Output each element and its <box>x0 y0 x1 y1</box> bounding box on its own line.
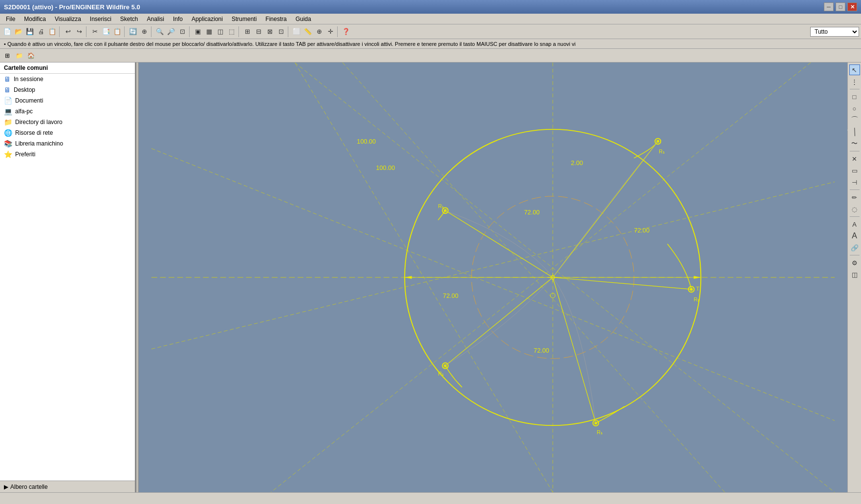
menu-strumenti[interactable]: Strumenti <box>228 15 260 23</box>
tb-datum-axis[interactable]: 📏 <box>302 26 313 37</box>
folder-alfa-pc[interactable]: 💻 alfa-pc <box>0 106 135 117</box>
tool-point-menu[interactable]: ⋮ <box>849 76 860 87</box>
tb-cut[interactable]: ✂ <box>89 26 100 37</box>
tool-select[interactable]: ↖ <box>849 64 860 75</box>
tool-constraint[interactable]: 🔗 <box>849 242 860 253</box>
preferiti-label: Preferiti <box>15 151 35 158</box>
svg-text:72.00: 72.00 <box>534 347 549 354</box>
tb-redo[interactable]: ↪ <box>74 26 85 37</box>
left-panel: Cartelle comuni 🖥 In sessione 🖥 Desktop … <box>0 63 136 492</box>
tb-zoom-out[interactable]: 🔎 <box>166 26 176 37</box>
footer-label: Albero cartelle <box>10 483 48 490</box>
menu-modifica[interactable]: Modifica <box>20 15 50 23</box>
tb-copy[interactable]: 📑 <box>101 26 111 37</box>
tool-text[interactable]: A <box>849 219 860 230</box>
folder-documenti[interactable]: 📄 Documenti <box>0 95 135 106</box>
tb-datum-point[interactable]: ⊕ <box>314 26 324 37</box>
svg-text:72.00: 72.00 <box>634 227 649 234</box>
tool-cross[interactable]: ✕ <box>849 153 860 164</box>
menu-finestra[interactable]: Finestra <box>261 15 290 23</box>
tb-zoom-in[interactable]: 🔍 <box>154 26 165 37</box>
canvas-area[interactable]: 100.00 100.00 2.00 72.00 72.00 72.00 72.… <box>139 63 847 492</box>
tb-s2[interactable]: ⊟ <box>253 26 264 37</box>
tool-annotation[interactable]: A <box>849 231 860 241</box>
tool-rectangle[interactable]: □ <box>849 91 860 102</box>
minimize-button[interactable]: ─ <box>824 2 834 11</box>
folder-libreria[interactable]: 📚 Libreria manichino <box>0 138 135 149</box>
tool-arc[interactable]: ⌒ <box>849 115 860 126</box>
risorse-rete-label: Risorse di rete <box>15 129 53 136</box>
maximize-button[interactable]: □ <box>836 2 845 11</box>
desktop-label: Desktop <box>14 86 35 93</box>
menu-analisi[interactable]: Analisi <box>143 15 168 23</box>
tb-repaint[interactable]: 🔄 <box>128 26 138 37</box>
tb-open[interactable]: 📂 <box>13 26 24 37</box>
tb-s3[interactable]: ⊠ <box>264 26 275 37</box>
right-toolbar: ↖ ⋮ □ ○ ⌒ ╱ 〜 ✕ ▭ ⊣ ✏ ◌ A A 🔗 ⚙ ◫ <box>847 63 861 492</box>
tb-paste[interactable]: 📋 <box>112 26 123 37</box>
tb-s4[interactable]: ⊡ <box>276 26 286 37</box>
tb-sep1 <box>59 26 61 37</box>
tb-print[interactable]: 🖨 <box>36 26 46 37</box>
menu-guida[interactable]: Guida <box>292 15 315 23</box>
menu-visualizza[interactable]: Visualizza <box>51 15 85 23</box>
tool-fillet[interactable]: ◌ <box>849 204 860 214</box>
filter-dropdown[interactable]: Tutto Geometria Vincoli Annotazioni <box>810 27 859 37</box>
tool-constr-rect[interactable]: ▭ <box>849 165 860 176</box>
menu-file[interactable]: File <box>2 15 19 23</box>
tb-sep5 <box>189 26 191 37</box>
tb-datum-plane[interactable]: ⬜ <box>291 26 302 37</box>
tb-orient2[interactable]: ▦ <box>204 26 215 37</box>
menu-applicazioni[interactable]: Applicazioni <box>188 15 227 23</box>
left-panel-footer[interactable]: ▶ Albero cartelle <box>0 481 135 492</box>
tb-copy-sel[interactable]: 📋 <box>47 26 58 37</box>
main-layout: Cartelle comuni 🖥 In sessione 🖥 Desktop … <box>0 63 861 492</box>
tool-trim[interactable]: ✏ <box>849 192 860 203</box>
folder-in-sessione[interactable]: 🖥 In sessione <box>0 74 135 84</box>
tb-orient1[interactable]: ▣ <box>193 26 203 37</box>
tb2-folder[interactable]: 📁 <box>14 50 24 61</box>
close-button[interactable]: ✕ <box>847 2 857 11</box>
tb-save[interactable]: 💾 <box>24 26 35 37</box>
status-bar: • Quando è attivo un vincolo, fare clic … <box>0 39 861 49</box>
menu-inserisci[interactable]: Inserisci <box>86 15 115 23</box>
tb-s1[interactable]: ⊞ <box>242 26 253 37</box>
alfa-pc-label: alfa-pc <box>15 108 33 115</box>
tb2-home[interactable]: 🏠 <box>25 50 36 61</box>
documenti-icon: 📄 <box>4 97 12 105</box>
tb2-constraints[interactable]: ⊞ <box>2 50 13 61</box>
tb-zoom-fit[interactable]: ⊡ <box>177 26 188 37</box>
folder-directory-lavoro[interactable]: 📁 Directory di lavoro <box>0 117 135 127</box>
tb-orient4[interactable]: ⬚ <box>226 26 237 37</box>
menu-sketch[interactable]: Sketch <box>116 15 142 23</box>
rt-sep2 <box>850 151 860 151</box>
tool-dimension[interactable]: ⚙ <box>849 257 860 268</box>
tb-undo[interactable]: ↩ <box>63 26 73 37</box>
tool-mirror[interactable]: ◫ <box>849 269 860 280</box>
title-bar: S2D0001 (attivo) - Pro/ENGINEER Wildfire… <box>0 0 861 14</box>
svg-text:R₁: R₁ <box>659 148 665 154</box>
tb-view-reset[interactable]: ⊕ <box>139 26 150 37</box>
tool-spline[interactable]: 〜 <box>849 138 860 149</box>
bottom-bar <box>0 492 861 504</box>
folder-desktop[interactable]: 🖥 Desktop <box>0 84 135 95</box>
tb-new[interactable]: 📄 <box>2 26 13 37</box>
menu-bar: File Modifica Visualizza Inserisci Sketc… <box>0 14 861 24</box>
svg-text:R₁: R₁ <box>438 371 444 377</box>
tb-csys[interactable]: ✛ <box>325 26 336 37</box>
libreria-icon: 📚 <box>4 140 12 147</box>
tool-circle[interactable]: ○ <box>849 103 860 114</box>
tool-center-line[interactable]: ⊣ <box>849 177 860 188</box>
tool-line[interactable]: ╱ <box>847 125 861 139</box>
in-sessione-icon: 🖥 <box>4 75 11 83</box>
alfa-pc-icon: 💻 <box>4 107 12 115</box>
tb-sep6 <box>238 26 240 37</box>
menu-info[interactable]: Info <box>169 15 187 23</box>
folder-risorse-rete[interactable]: 🌐 Risorse di rete <box>0 127 135 138</box>
tb-sep3 <box>124 26 126 37</box>
tb-help[interactable]: ❓ <box>341 26 351 37</box>
desktop-icon: 🖥 <box>4 86 11 94</box>
folder-preferiti[interactable]: ⭐ Preferiti <box>0 149 135 160</box>
tb-orient3[interactable]: ◫ <box>215 26 226 37</box>
window-title: S2D0001 (attivo) - Pro/ENGINEER Wildfire… <box>4 3 140 11</box>
